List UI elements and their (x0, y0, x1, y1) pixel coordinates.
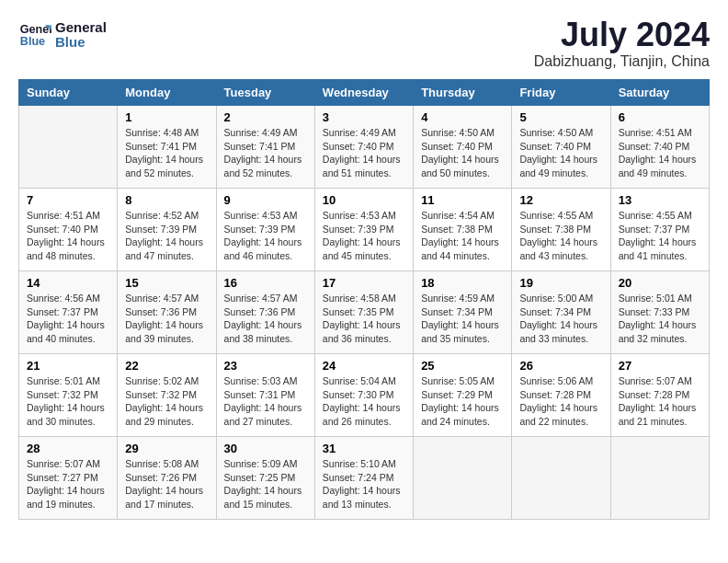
month-year: July 2024 (534, 18, 710, 52)
calendar-cell (414, 437, 512, 520)
calendar-cell: 4Sunrise: 4:50 AM Sunset: 7:40 PM Daylig… (414, 106, 512, 189)
day-number: 17 (323, 276, 405, 290)
calendar-table: SundayMondayTuesdayWednesdayThursdayFrid… (18, 79, 710, 520)
day-detail: Sunrise: 5:10 AM Sunset: 7:24 PM Dayligh… (323, 457, 405, 511)
calendar-cell: 25Sunrise: 5:05 AM Sunset: 7:29 PM Dayli… (414, 354, 512, 437)
logo-icon: General Blue (18, 18, 51, 52)
day-detail: Sunrise: 5:03 AM Sunset: 7:31 PM Dayligh… (224, 374, 307, 429)
day-detail: Sunrise: 5:01 AM Sunset: 7:33 PM Dayligh… (619, 292, 701, 346)
calendar-cell: 23Sunrise: 5:03 AM Sunset: 7:31 PM Dayli… (216, 354, 314, 437)
calendar-cell: 15Sunrise: 4:57 AM Sunset: 7:36 PM Dayli… (118, 271, 216, 354)
calendar-cell: 6Sunrise: 4:51 AM Sunset: 7:40 PM Daylig… (610, 106, 709, 189)
day-number: 14 (27, 276, 109, 290)
day-number: 25 (421, 359, 504, 373)
day-number: 6 (619, 110, 701, 124)
calendar-cell: 28Sunrise: 5:07 AM Sunset: 7:27 PM Dayli… (19, 437, 118, 520)
calendar-cell: 22Sunrise: 5:02 AM Sunset: 7:32 PM Dayli… (118, 354, 216, 437)
day-detail: Sunrise: 4:59 AM Sunset: 7:34 PM Dayligh… (421, 292, 504, 346)
day-number: 7 (27, 193, 109, 207)
day-detail: Sunrise: 5:00 AM Sunset: 7:34 PM Dayligh… (519, 292, 602, 346)
day-number: 12 (519, 193, 602, 207)
title-block: July 2024 Dabizhuang, Tianjin, China (534, 18, 710, 70)
day-number: 21 (27, 359, 109, 373)
day-detail: Sunrise: 4:54 AM Sunset: 7:38 PM Dayligh… (421, 209, 504, 263)
calendar-cell: 24Sunrise: 5:04 AM Sunset: 7:30 PM Dayli… (314, 354, 413, 437)
calendar-cell (610, 437, 709, 520)
day-number: 8 (125, 193, 208, 207)
calendar-cell (19, 106, 118, 189)
day-detail: Sunrise: 5:06 AM Sunset: 7:28 PM Dayligh… (519, 374, 602, 429)
col-header-monday: Monday (118, 80, 216, 106)
calendar-cell: 2Sunrise: 4:49 AM Sunset: 7:41 PM Daylig… (216, 106, 314, 189)
day-detail: Sunrise: 5:04 AM Sunset: 7:30 PM Dayligh… (323, 374, 405, 429)
calendar-cell: 8Sunrise: 4:52 AM Sunset: 7:39 PM Daylig… (118, 189, 216, 271)
calendar-cell: 11Sunrise: 4:54 AM Sunset: 7:38 PM Dayli… (414, 189, 512, 271)
calendar-cell: 5Sunrise: 4:50 AM Sunset: 7:40 PM Daylig… (512, 106, 610, 189)
day-detail: Sunrise: 5:09 AM Sunset: 7:25 PM Dayligh… (224, 457, 307, 511)
day-detail: Sunrise: 4:51 AM Sunset: 7:40 PM Dayligh… (619, 126, 701, 180)
day-detail: Sunrise: 4:56 AM Sunset: 7:37 PM Dayligh… (27, 292, 109, 346)
day-detail: Sunrise: 4:53 AM Sunset: 7:39 PM Dayligh… (224, 209, 307, 263)
day-number: 9 (224, 193, 307, 207)
day-detail: Sunrise: 4:50 AM Sunset: 7:40 PM Dayligh… (519, 126, 602, 180)
day-detail: Sunrise: 5:07 AM Sunset: 7:28 PM Dayligh… (619, 374, 701, 429)
calendar-cell: 17Sunrise: 4:58 AM Sunset: 7:35 PM Dayli… (314, 271, 413, 354)
svg-text:Blue: Blue (20, 35, 45, 48)
day-detail: Sunrise: 4:57 AM Sunset: 7:36 PM Dayligh… (125, 292, 208, 346)
day-detail: Sunrise: 4:53 AM Sunset: 7:39 PM Dayligh… (323, 209, 405, 263)
day-detail: Sunrise: 4:55 AM Sunset: 7:38 PM Dayligh… (519, 209, 602, 263)
calendar-cell: 18Sunrise: 4:59 AM Sunset: 7:34 PM Dayli… (414, 271, 512, 354)
col-header-thursday: Thursday (414, 80, 512, 106)
calendar-cell: 7Sunrise: 4:51 AM Sunset: 7:40 PM Daylig… (19, 189, 118, 271)
location: Dabizhuang, Tianjin, China (534, 53, 710, 70)
day-number: 26 (519, 359, 602, 373)
day-number: 24 (323, 359, 405, 373)
day-detail: Sunrise: 5:05 AM Sunset: 7:29 PM Dayligh… (421, 374, 504, 429)
day-detail: Sunrise: 4:55 AM Sunset: 7:37 PM Dayligh… (619, 209, 701, 263)
day-number: 30 (224, 442, 307, 455)
day-detail: Sunrise: 5:08 AM Sunset: 7:26 PM Dayligh… (125, 457, 208, 511)
day-number: 23 (224, 359, 307, 373)
day-detail: Sunrise: 5:01 AM Sunset: 7:32 PM Dayligh… (27, 374, 109, 429)
day-detail: Sunrise: 4:49 AM Sunset: 7:41 PM Dayligh… (224, 126, 307, 180)
calendar-cell: 20Sunrise: 5:01 AM Sunset: 7:33 PM Dayli… (610, 271, 709, 354)
day-number: 3 (323, 110, 405, 124)
calendar-cell: 13Sunrise: 4:55 AM Sunset: 7:37 PM Dayli… (610, 189, 709, 271)
col-header-saturday: Saturday (610, 80, 709, 106)
col-header-friday: Friday (512, 80, 610, 106)
calendar-cell: 27Sunrise: 5:07 AM Sunset: 7:28 PM Dayli… (610, 354, 709, 437)
calendar-cell: 12Sunrise: 4:55 AM Sunset: 7:38 PM Dayli… (512, 189, 610, 271)
day-number: 13 (619, 193, 701, 207)
day-number: 10 (323, 193, 405, 207)
day-number: 29 (125, 442, 208, 455)
calendar-cell: 9Sunrise: 4:53 AM Sunset: 7:39 PM Daylig… (216, 189, 314, 271)
day-number: 19 (519, 276, 602, 290)
logo-line1: General (55, 20, 107, 36)
day-number: 1 (125, 110, 208, 124)
calendar-cell: 30Sunrise: 5:09 AM Sunset: 7:25 PM Dayli… (216, 437, 314, 520)
calendar-cell: 14Sunrise: 4:56 AM Sunset: 7:37 PM Dayli… (19, 271, 118, 354)
day-number: 18 (421, 276, 504, 290)
day-number: 5 (519, 110, 602, 124)
day-number: 22 (125, 359, 208, 373)
day-number: 11 (421, 193, 504, 207)
col-header-tuesday: Tuesday (216, 80, 314, 106)
calendar-cell: 16Sunrise: 4:57 AM Sunset: 7:36 PM Dayli… (216, 271, 314, 354)
calendar-cell: 21Sunrise: 5:01 AM Sunset: 7:32 PM Dayli… (19, 354, 118, 437)
page-header: General Blue General Blue July 2024 Dabi… (18, 18, 710, 70)
day-detail: Sunrise: 5:07 AM Sunset: 7:27 PM Dayligh… (27, 457, 109, 511)
calendar-cell: 29Sunrise: 5:08 AM Sunset: 7:26 PM Dayli… (118, 437, 216, 520)
col-header-sunday: Sunday (19, 80, 118, 106)
calendar-cell: 3Sunrise: 4:49 AM Sunset: 7:40 PM Daylig… (314, 106, 413, 189)
calendar-cell: 19Sunrise: 5:00 AM Sunset: 7:34 PM Dayli… (512, 271, 610, 354)
day-detail: Sunrise: 4:51 AM Sunset: 7:40 PM Dayligh… (27, 209, 109, 263)
day-number: 16 (224, 276, 307, 290)
day-number: 31 (323, 442, 405, 455)
day-detail: Sunrise: 4:48 AM Sunset: 7:41 PM Dayligh… (125, 126, 208, 180)
col-header-wednesday: Wednesday (314, 80, 413, 106)
day-detail: Sunrise: 5:02 AM Sunset: 7:32 PM Dayligh… (125, 374, 208, 429)
calendar-cell: 26Sunrise: 5:06 AM Sunset: 7:28 PM Dayli… (512, 354, 610, 437)
calendar-cell: 1Sunrise: 4:48 AM Sunset: 7:41 PM Daylig… (118, 106, 216, 189)
day-number: 28 (27, 442, 109, 455)
day-number: 15 (125, 276, 208, 290)
